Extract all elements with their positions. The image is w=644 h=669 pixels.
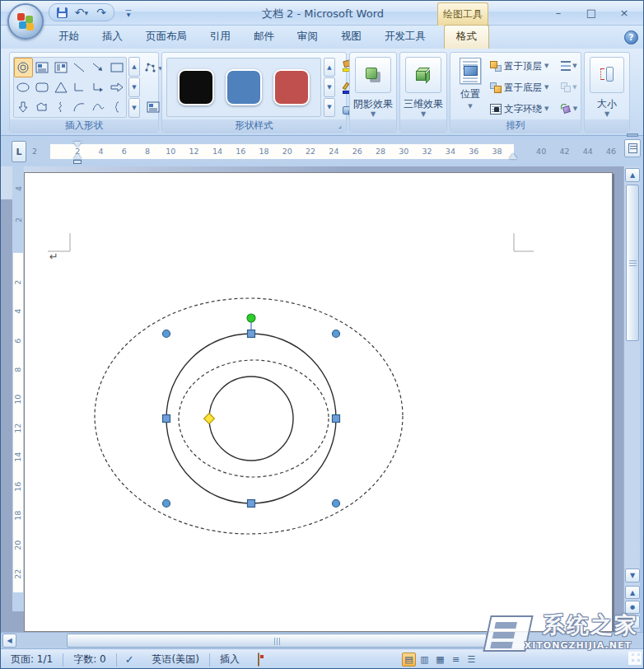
shape-left-brace-icon[interactable] xyxy=(107,97,126,117)
help-button[interactable]: ? xyxy=(624,30,638,44)
outline-view-button[interactable]: ≡ xyxy=(449,653,463,667)
maximize-button[interactable]: □ xyxy=(581,6,602,20)
browse-previous-button[interactable]: ▲ xyxy=(625,586,640,599)
adjust-handle[interactable] xyxy=(204,414,215,424)
tab-format-active[interactable]: 格式 xyxy=(444,25,489,49)
middle-dashed-ellipse[interactable] xyxy=(179,360,329,477)
three-d-effects-button[interactable] xyxy=(405,57,441,93)
shadow-effects-button[interactable] xyxy=(355,57,391,93)
style-swatch-red[interactable] xyxy=(273,69,310,105)
hanging-indent-marker[interactable] xyxy=(73,153,82,159)
group-objects-button[interactable]: ▼ xyxy=(559,78,579,96)
inner-solid-circle[interactable] xyxy=(209,377,293,461)
draft-view-button[interactable]: ☰ xyxy=(464,653,478,667)
web-layout-view-button[interactable]: ▦ xyxy=(433,653,447,667)
text-wrapping-button[interactable]: 文字环绕 ▼ xyxy=(490,100,558,118)
style-scroll-down-button[interactable]: ▼ xyxy=(324,77,335,96)
position-button[interactable]: 位置 ▼ xyxy=(454,56,487,120)
rotate-handle[interactable] xyxy=(247,314,255,322)
shape-elbow-connector-icon[interactable] xyxy=(70,77,89,97)
resize-handle-right[interactable] xyxy=(333,415,340,423)
edit-shape-button[interactable]: ▼ xyxy=(143,57,163,78)
full-screen-reading-view-button[interactable]: ▥ xyxy=(418,653,432,667)
shape-rounded-rectangle-icon[interactable] xyxy=(33,77,52,97)
ruler-toggle-button[interactable] xyxy=(624,139,641,157)
tab-stop-selector[interactable]: L xyxy=(12,141,26,162)
resize-handle-top-left[interactable] xyxy=(163,330,170,338)
align-button[interactable]: ▼ xyxy=(559,57,579,75)
tab-developer[interactable]: 开发工具 xyxy=(373,26,437,49)
resize-handle-bottom[interactable] xyxy=(248,500,255,508)
draw-textbox-button[interactable] xyxy=(143,96,163,118)
word-count-indicator[interactable]: 字数: 0 xyxy=(63,653,116,667)
style-swatch-black[interactable] xyxy=(178,69,214,105)
style-scroll-up-button[interactable]: ▲ xyxy=(324,58,335,77)
first-line-indent-marker[interactable] xyxy=(73,142,82,147)
shape-line-icon[interactable] xyxy=(70,58,89,77)
shape-rectangle-icon[interactable] xyxy=(107,58,126,77)
tab-insert[interactable]: 插入 xyxy=(91,26,134,49)
horizontal-scrollbar[interactable]: ◀ xyxy=(1,632,644,648)
rotate-button[interactable]: ▼ xyxy=(559,100,579,118)
right-indent-marker[interactable] xyxy=(509,153,517,159)
shape-arrow-icon[interactable] xyxy=(89,58,108,77)
shape-vertical-textbox-icon[interactable] xyxy=(51,58,70,77)
shape-styles-dialog-launcher[interactable]: ⌟ xyxy=(335,121,344,130)
select-browse-object-button[interactable]: ● xyxy=(625,601,640,614)
shape-scribble-icon[interactable] xyxy=(51,97,70,117)
shape-curve-icon[interactable] xyxy=(89,97,108,117)
close-button[interactable]: × xyxy=(614,6,635,20)
vertical-scrollbar[interactable]: ▲ ▼ ▲ ● ▼ xyxy=(623,166,640,632)
gallery-more-button[interactable]: ▼ xyxy=(128,98,140,118)
resize-handle-top-right[interactable] xyxy=(333,330,340,338)
insert-mode-indicator[interactable]: 插入 xyxy=(210,653,250,667)
office-button[interactable] xyxy=(7,3,44,40)
horizontal-ruler[interactable]: 2 2468101214161820222426283032343638 404… xyxy=(27,141,622,162)
left-indent-marker[interactable] xyxy=(73,160,82,164)
resize-handle-top[interactable] xyxy=(248,330,255,338)
shape-freeform-icon[interactable] xyxy=(33,97,52,117)
gallery-scroll-down-button[interactable]: ▼ xyxy=(128,77,140,97)
minimize-button[interactable]: – xyxy=(548,6,569,20)
shape-arc-icon[interactable] xyxy=(70,97,89,117)
shape-donut-icon[interactable] xyxy=(14,58,33,77)
style-swatch-blue[interactable] xyxy=(226,69,262,105)
shape-triangle-icon[interactable] xyxy=(51,77,70,97)
textbox-icon xyxy=(147,101,160,113)
resize-handle-bottom-right[interactable] xyxy=(333,500,340,508)
outer-solid-circle[interactable] xyxy=(166,334,336,503)
horizontal-scroll-thumb[interactable] xyxy=(67,634,487,648)
split-handle[interactable] xyxy=(627,133,638,137)
spellcheck-status-icon[interactable]: ✓ xyxy=(117,653,142,666)
resize-handle-left[interactable] xyxy=(163,415,170,423)
shape-right-arrow-icon[interactable] xyxy=(107,77,126,97)
gallery-scroll-up-button[interactable]: ▲ xyxy=(128,57,140,77)
print-layout-view-button[interactable]: ▤ xyxy=(402,653,416,667)
tab-page-layout[interactable]: 页面布局 xyxy=(134,26,198,49)
tab-references[interactable]: 引用 xyxy=(198,26,242,49)
tab-mailings[interactable]: 邮件 xyxy=(242,26,286,49)
language-indicator[interactable]: 英语(美国) xyxy=(142,653,209,667)
shape-down-arrow-icon[interactable] xyxy=(14,97,33,117)
scroll-up-button[interactable]: ▲ xyxy=(625,168,640,182)
drawing-canvas xyxy=(25,173,614,632)
document-page[interactable]: ↵ xyxy=(24,172,613,632)
size-button[interactable] xyxy=(590,57,624,93)
send-to-back-button[interactable]: 置于底层 ▼ xyxy=(490,78,558,96)
scroll-left-button[interactable]: ◀ xyxy=(2,634,16,648)
macro-record-button[interactable] xyxy=(250,653,268,666)
shape-elbow-arrow-connector-icon[interactable] xyxy=(89,77,108,97)
browse-next-button[interactable]: ▼ xyxy=(625,615,640,629)
scroll-down-button[interactable]: ▼ xyxy=(625,568,640,582)
vertical-scroll-thumb[interactable] xyxy=(626,185,639,341)
page-indicator[interactable]: 页面: 1/1 xyxy=(1,653,63,667)
vertical-ruler[interactable]: 42 246810121416182022 xyxy=(12,166,24,611)
resize-handle-bottom-left[interactable] xyxy=(163,500,170,508)
shape-oval-icon[interactable] xyxy=(14,77,33,97)
style-more-button[interactable]: ▼ xyxy=(324,98,335,117)
tab-review[interactable]: 审阅 xyxy=(286,26,329,49)
shape-textbox-icon[interactable] xyxy=(33,58,52,77)
bring-to-front-button[interactable]: 置于顶层 ▼ xyxy=(490,57,558,75)
tab-home[interactable]: 开始 xyxy=(47,26,91,49)
tab-view[interactable]: 视图 xyxy=(329,26,373,49)
